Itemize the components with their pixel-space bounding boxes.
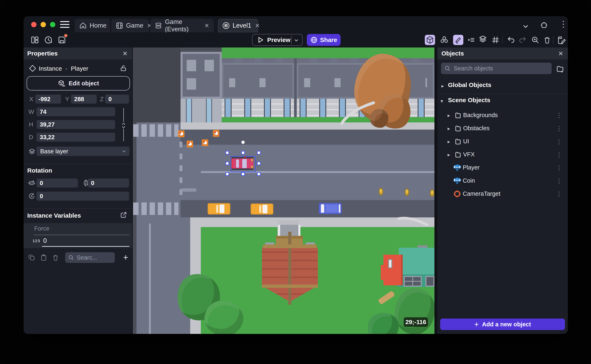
history-icon[interactable] bbox=[43, 35, 53, 45]
instance-coin[interactable] bbox=[379, 188, 383, 195]
add-new-object-button[interactable]: + Add a new object bbox=[440, 318, 565, 330]
delete-variable-icon[interactable] bbox=[52, 254, 59, 261]
add-variable-icon[interactable]: + bbox=[123, 253, 128, 262]
global-objects-expander[interactable]: ▸ bbox=[441, 83, 444, 89]
edit-scene-properties-icon[interactable] bbox=[556, 35, 567, 45]
row-menu-icon[interactable]: ⋮ bbox=[556, 125, 562, 132]
object-item-coin[interactable]: Coin ⋮ bbox=[437, 175, 568, 188]
selection-handle-n[interactable] bbox=[241, 151, 245, 155]
tab-level1[interactable]: Level1 ✕ bbox=[218, 19, 258, 32]
fallen-branch-white-2[interactable] bbox=[396, 215, 429, 227]
add-folder-icon[interactable] bbox=[556, 64, 564, 73]
zoom-in-icon[interactable] bbox=[530, 35, 540, 45]
layers-icon[interactable] bbox=[478, 35, 488, 45]
height-input[interactable] bbox=[36, 120, 115, 129]
row-menu-icon[interactable]: ⋮ bbox=[556, 112, 562, 119]
variable-value[interactable]: 0 bbox=[43, 237, 47, 244]
x-input[interactable] bbox=[35, 95, 61, 104]
instance-coin[interactable] bbox=[430, 189, 434, 197]
instance-obstacle-car-blue[interactable] bbox=[319, 203, 342, 214]
lock-open-icon[interactable] bbox=[120, 64, 127, 72]
object-folder-ui[interactable]: ▸ UI ⋮ bbox=[437, 135, 568, 148]
row-menu-icon[interactable]: ⋮ bbox=[556, 190, 562, 198]
instance-coin[interactable] bbox=[405, 188, 409, 196]
instance-vfx[interactable] bbox=[187, 141, 193, 147]
edit-object-button[interactable]: 3D Edit object bbox=[27, 76, 130, 91]
scene-objects-expander[interactable]: ▾ bbox=[441, 98, 443, 104]
layer-select[interactable]: Base layer bbox=[36, 147, 130, 156]
width-input[interactable] bbox=[36, 107, 115, 116]
instance-vfx[interactable] bbox=[213, 130, 219, 137]
window-chevron-down-icon[interactable] bbox=[521, 22, 530, 31]
traffic-light-minimize[interactable] bbox=[40, 22, 46, 27]
objects-search-input[interactable] bbox=[453, 65, 548, 72]
y-input[interactable] bbox=[71, 95, 97, 104]
selection-handle-se[interactable] bbox=[257, 172, 261, 176]
variables-search[interactable] bbox=[65, 252, 115, 263]
tab-close-icon[interactable]: ✕ bbox=[205, 22, 209, 29]
variables-search-input[interactable] bbox=[76, 254, 112, 261]
preview-chevron-down-icon[interactable] bbox=[293, 37, 299, 43]
tab-game[interactable]: Game ✕ bbox=[111, 19, 149, 32]
folder-expander[interactable]: ▸ bbox=[448, 113, 450, 118]
row-menu-icon[interactable]: ⋮ bbox=[556, 164, 562, 171]
save-icon[interactable] bbox=[57, 35, 67, 45]
rotation-y-input[interactable] bbox=[88, 179, 129, 188]
folder-expander[interactable]: ▸ bbox=[448, 139, 450, 144]
delete-icon[interactable] bbox=[542, 35, 552, 45]
main-menu-icon[interactable] bbox=[60, 21, 69, 28]
row-menu-icon[interactable]: ⋮ bbox=[556, 138, 562, 145]
folder-expander[interactable]: ▸ bbox=[448, 152, 450, 158]
traffic-light-zoom[interactable] bbox=[50, 22, 55, 27]
instance-player-car[interactable] bbox=[232, 157, 253, 170]
tab-close-icon[interactable]: ✕ bbox=[255, 22, 260, 29]
teal-building-entrance[interactable] bbox=[383, 255, 403, 285]
selection-handle-nw[interactable] bbox=[226, 151, 229, 155]
scene-canvas[interactable]: 29;-116 bbox=[133, 47, 434, 334]
object-folder-obstacles[interactable]: ▸ Obstacles ⋮ bbox=[437, 122, 568, 135]
paste-icon[interactable] bbox=[40, 254, 47, 261]
rotation-x-input[interactable] bbox=[36, 179, 78, 188]
edit-mode-pencil-icon[interactable] bbox=[453, 35, 463, 45]
instance-obstacle-car-yellow[interactable] bbox=[251, 203, 273, 214]
depth-input[interactable] bbox=[36, 133, 115, 142]
extensions-puzzle-icon[interactable] bbox=[539, 21, 548, 29]
instance-vfx[interactable] bbox=[178, 130, 184, 137]
selection-handle-sw[interactable] bbox=[226, 172, 229, 176]
close-properties-icon[interactable]: ✕ bbox=[123, 50, 128, 57]
selection-handle-w[interactable] bbox=[226, 162, 229, 165]
row-menu-icon[interactable]: ⋮ bbox=[556, 151, 562, 158]
preview-button[interactable]: Preview bbox=[252, 34, 303, 46]
teal-building-roof[interactable] bbox=[399, 248, 434, 274]
open-variables-dialog-icon[interactable] bbox=[120, 211, 127, 219]
object-item-player[interactable]: Player ⋮ bbox=[437, 161, 568, 175]
global-objects-group[interactable]: Global Objects bbox=[448, 81, 491, 88]
scene-objects-group[interactable]: Scene Objects bbox=[448, 97, 490, 104]
view-3d-toggle-icon[interactable] bbox=[425, 35, 435, 45]
instances-icon[interactable] bbox=[439, 35, 449, 45]
rotate-handle[interactable] bbox=[241, 141, 245, 144]
layout-panels-icon[interactable] bbox=[30, 35, 40, 45]
object-item-cameratarget[interactable]: CameraTarget ⋮ bbox=[437, 188, 568, 201]
variable-row[interactable]: Force 123 0 bbox=[24, 223, 132, 248]
fallen-branch-white[interactable] bbox=[340, 99, 377, 125]
objects-search[interactable] bbox=[441, 63, 552, 74]
tab-home[interactable]: Home bbox=[75, 19, 110, 32]
selection-handle-e[interactable] bbox=[257, 162, 261, 165]
browser-menu-icon[interactable]: ⋮ bbox=[559, 20, 568, 28]
copy-icon[interactable] bbox=[28, 254, 35, 261]
row-menu-icon[interactable]: ⋮ bbox=[556, 177, 562, 184]
object-folder-vfx[interactable]: ▸ VFX ⋮ bbox=[437, 148, 568, 161]
undo-icon[interactable] bbox=[506, 35, 516, 45]
tab-game-events[interactable]: Game (Events) ✕ bbox=[150, 19, 214, 32]
link-dimensions-icon[interactable] bbox=[121, 123, 126, 129]
selection-handle-ne[interactable] bbox=[257, 151, 261, 155]
object-folder-backgrounds[interactable]: ▸ Backgrounds ⋮ bbox=[437, 109, 568, 122]
instance-obstacle-car-yellow[interactable] bbox=[208, 203, 230, 214]
rotation-z-input[interactable] bbox=[36, 192, 129, 201]
selection-handle-s[interactable] bbox=[241, 172, 245, 176]
close-objects-icon[interactable]: ✕ bbox=[558, 50, 563, 57]
traffic-light-close[interactable] bbox=[31, 22, 36, 27]
share-button[interactable]: Share bbox=[307, 34, 341, 46]
grid-icon[interactable] bbox=[490, 35, 501, 45]
